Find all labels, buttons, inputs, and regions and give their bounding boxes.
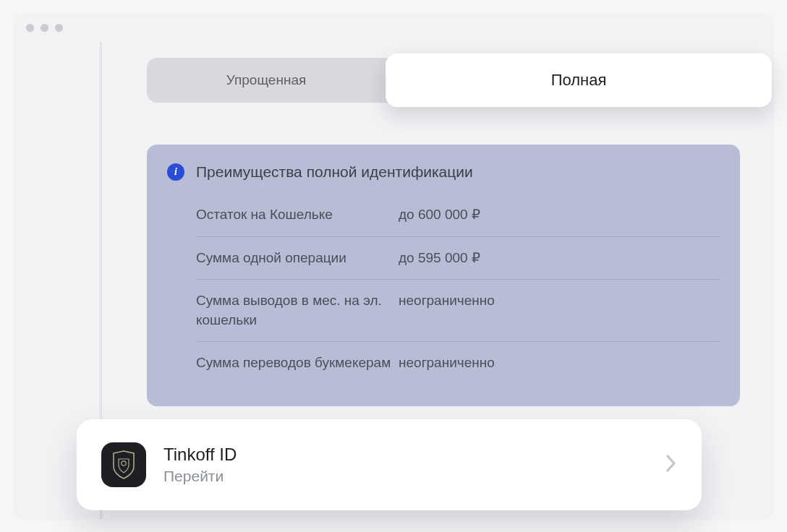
benefits-header: i Преимущества полной идентификации [167, 163, 720, 181]
row-label: Сумма переводов букмекерам [196, 353, 399, 373]
benefits-panel: i Преимущества полной идентификации Оста… [147, 145, 740, 406]
benefits-title: Преимущества полной идентификации [196, 163, 473, 181]
row-value: до 600 000 ₽ [399, 205, 480, 225]
row-value: неограниченно [399, 353, 495, 373]
window-dot-minimize[interactable] [41, 24, 48, 32]
card-subtitle: Перейти [163, 468, 665, 485]
table-row: Сумма одной операции до 595 000 ₽ [196, 236, 720, 280]
table-row: Сумма выводов в мес. на эл. кошельки нео… [196, 279, 720, 341]
content-area: Упрощенная Полная i Преимущества полной … [13, 42, 774, 519]
row-value: до 595 000 ₽ [399, 249, 480, 268]
tinkoff-id-card[interactable]: Tinkoff ID Перейти [77, 419, 702, 510]
card-title: Tinkoff ID [163, 445, 665, 465]
benefits-table: Остаток на Кошельке до 600 000 ₽ Сумма о… [196, 194, 720, 385]
card-text: Tinkoff ID Перейти [163, 445, 665, 485]
chevron-right-icon [665, 454, 677, 476]
window-dot-close[interactable] [26, 24, 34, 32]
window-titlebar [13, 13, 774, 42]
row-label: Сумма выводов в мес. на эл. кошельки [196, 291, 399, 330]
tab-simplified[interactable]: Упрощенная [147, 72, 386, 88]
table-row: Остаток на Кошельке до 600 000 ₽ [196, 194, 720, 236]
window-dot-maximize[interactable] [55, 24, 63, 32]
row-label: Остаток на Кошельке [196, 205, 399, 225]
row-value: неограниченно [399, 291, 495, 330]
identification-tabs: Упрощенная Полная [147, 58, 740, 103]
info-icon: i [167, 163, 184, 181]
row-label: Сумма одной операции [196, 249, 399, 268]
browser-window: Упрощенная Полная i Преимущества полной … [13, 13, 774, 519]
shield-icon [111, 450, 136, 479]
tab-full[interactable]: Полная [386, 53, 772, 107]
tinkoff-app-icon [101, 442, 146, 487]
svg-point-0 [122, 461, 126, 466]
table-row: Сумма переводов букмекерам неограниченно [196, 341, 720, 385]
main-column: Упрощенная Полная i Преимущества полной … [147, 42, 741, 406]
